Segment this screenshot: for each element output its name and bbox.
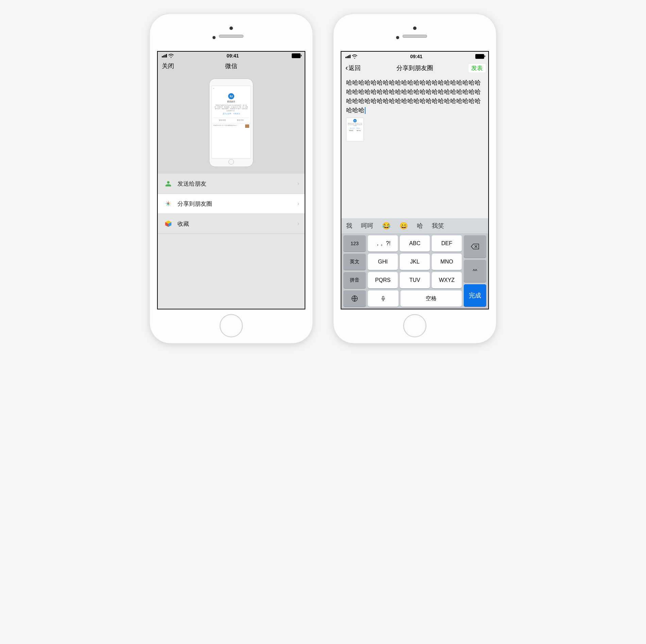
phone-mockup-left: 09:41 关闭 微信 < iU 爱思助手 爱思助手免费为用户提供百万正版苹果软…	[150, 14, 313, 343]
camera-dot	[230, 27, 233, 30]
key-def[interactable]: DEF	[432, 235, 462, 252]
publish-button[interactable]: 发表	[469, 64, 486, 72]
compose-body: 哈哈哈哈哈哈哈哈哈哈哈哈哈哈哈哈哈哈哈哈哈哈哈哈哈哈哈哈哈哈哈哈哈哈哈哈哈哈哈哈…	[341, 75, 488, 309]
speaker-slot	[219, 35, 243, 38]
wifi-icon	[168, 54, 174, 58]
sensor-dot	[213, 36, 216, 39]
home-button[interactable]	[403, 314, 426, 337]
suggestion-3-emoji[interactable]: 😄	[398, 221, 409, 231]
suggestion-bar: 我 呵呵 😂 😄 哈 我笑	[341, 218, 488, 233]
key-wxyz[interactable]: WXYZ	[432, 272, 462, 288]
favorite-label: 收藏	[177, 220, 189, 228]
key-tuv[interactable]: TUV	[400, 272, 430, 288]
preview-text: 爱思助手免费为用户提供百万正版苹果软件、热门游戏、苹果铃声、高清壁纸、无 App…	[213, 104, 249, 112]
compose-thumbnail[interactable]: iU 爱思助手免费为用户提供百万正版苹果软件热门游戏苹果铃声高清壁纸 进入公众号…	[346, 118, 364, 141]
preview-phone-graphic: < iU 爱思助手 爱思助手免费为用户提供百万正版苹果软件、热门游戏、苹果铃声、…	[209, 79, 253, 167]
keyboard: 我 呵呵 😂 😄 哈 我笑 123 英文 拼音	[341, 218, 488, 309]
key-pinyin[interactable]: 拼音	[343, 272, 366, 288]
preview-app-logo-icon: iU	[228, 93, 234, 99]
key-jkl[interactable]: JKL	[400, 254, 430, 270]
suggestion-5[interactable]: 我笑	[430, 221, 445, 231]
nav-title: 分享到朋友圈	[396, 64, 433, 72]
wifi-icon	[352, 54, 357, 58]
key-pqrs[interactable]: PQRS	[368, 272, 398, 288]
chevron-right-icon: ›	[298, 201, 299, 207]
favorite-row[interactable]: 收藏 ›	[158, 214, 305, 234]
share-action-list: 发送给朋友 ›	[158, 174, 305, 234]
key-mno[interactable]: MNO	[432, 254, 462, 270]
preview-link-right: 不再关注	[233, 113, 240, 115]
chevron-right-icon: ›	[298, 221, 299, 227]
preview-news-text: 苹果发布 iOS 12.4 开发者预览版 Beta 2	[213, 124, 244, 128]
sensor-dot	[396, 36, 399, 39]
status-time: 09:41	[227, 53, 239, 58]
back-label: 返回	[348, 64, 361, 72]
nav-title: 微信	[225, 62, 237, 70]
key-ghi[interactable]: GHI	[368, 254, 398, 270]
key-123[interactable]: 123	[343, 235, 366, 252]
preview-tab-right: 教程专区	[231, 118, 249, 122]
key-mic-icon[interactable]	[368, 290, 398, 307]
phone-mockup-right: 09:41 ‹ 返回 分享到朋友圈 发表 哈哈哈哈哈哈哈哈哈哈哈哈哈哈哈哈哈哈哈…	[333, 14, 496, 343]
preview-app-name: 爱思助手	[227, 100, 235, 103]
speaker-slot	[403, 35, 427, 38]
moments-icon	[164, 200, 172, 208]
cube-icon	[165, 220, 172, 227]
share-to-moments-label: 分享到朋友圈	[177, 200, 212, 208]
compose-text[interactable]: 哈哈哈哈哈哈哈哈哈哈哈哈哈哈哈哈哈哈哈哈哈哈哈哈哈哈哈哈哈哈哈哈哈哈哈哈哈哈哈哈…	[346, 78, 483, 115]
suggestion-1[interactable]: 呵呵	[360, 221, 375, 231]
share-sheet-footer-space	[158, 234, 305, 309]
nav-bar-left: 关闭 微信	[158, 60, 305, 72]
key-space[interactable]: 空格	[401, 290, 462, 307]
share-to-friend-row[interactable]: 发送给朋友 ›	[158, 174, 305, 194]
share-to-friend-label: 发送给朋友	[177, 180, 206, 188]
signal-icon	[162, 54, 167, 57]
preview-link-left: 进入公众号	[223, 113, 231, 115]
key-backspace-icon[interactable]	[464, 235, 486, 258]
back-button[interactable]: ‹ 返回	[345, 64, 361, 72]
person-icon	[165, 180, 172, 187]
share-to-moments-row[interactable]: 分享到朋友圈 ›	[158, 194, 305, 214]
suggestion-0[interactable]: 我	[345, 221, 354, 231]
close-button[interactable]: 关闭	[162, 62, 174, 70]
key-abc[interactable]: ABC	[400, 235, 430, 252]
chevron-back-icon: ‹	[345, 64, 348, 72]
preview-news-thumb	[245, 124, 249, 128]
key-punct[interactable]: ，。?!	[368, 235, 398, 252]
thumbnail-logo-icon: iU	[353, 119, 357, 122]
home-button[interactable]	[220, 314, 243, 337]
share-sheet-body: < iU 爱思助手 爱思助手免费为用户提供百万正版苹果软件、热门游戏、苹果铃声、…	[158, 72, 305, 309]
chevron-right-icon: ›	[298, 181, 299, 187]
text-cursor	[365, 107, 366, 114]
compose-area[interactable]: 哈哈哈哈哈哈哈哈哈哈哈哈哈哈哈哈哈哈哈哈哈哈哈哈哈哈哈哈哈哈哈哈哈哈哈哈哈哈哈哈…	[341, 75, 488, 143]
preview-tab-left: 安装与清	[213, 118, 231, 122]
key-globe-icon[interactable]	[343, 290, 366, 307]
share-preview-area: < iU 爱思助手 爱思助手免费为用户提供百万正版苹果软件、热门游戏、苹果铃声、…	[158, 72, 305, 174]
suggestion-4[interactable]: 哈	[415, 221, 424, 231]
screen-left: 09:41 关闭 微信 < iU 爱思助手 爱思助手免费为用户提供百万正版苹果软…	[157, 51, 305, 309]
status-bar: 09:41	[341, 52, 488, 61]
battery-icon	[475, 54, 484, 59]
suggestion-2-emoji[interactable]: 😂	[381, 221, 392, 231]
screen-right: 09:41 ‹ 返回 分享到朋友圈 发表 哈哈哈哈哈哈哈哈哈哈哈哈哈哈哈哈哈哈哈…	[341, 51, 489, 309]
key-english[interactable]: 英文	[343, 254, 366, 270]
key-done[interactable]: 完成	[464, 284, 486, 307]
signal-icon	[345, 55, 351, 58]
svg-rect-2	[382, 296, 384, 299]
battery-icon	[292, 53, 301, 58]
key-face[interactable]: ^^	[464, 260, 486, 282]
nav-bar-right: ‹ 返回 分享到朋友圈 发表	[341, 61, 488, 75]
status-bar: 09:41	[158, 52, 305, 60]
status-time: 09:41	[410, 54, 423, 59]
camera-dot	[413, 27, 417, 30]
